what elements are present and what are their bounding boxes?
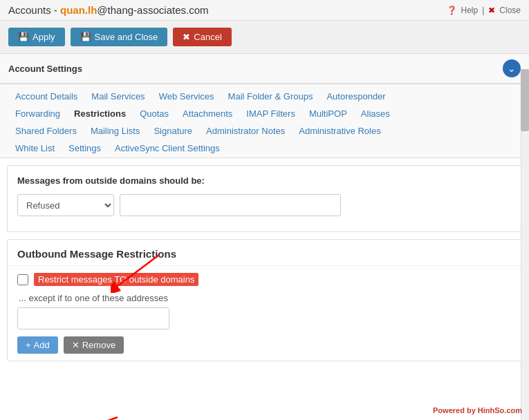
tab-mail-services[interactable]: Mail Services — [84, 88, 151, 104]
except-label: ... except if to one of these addresses — [19, 293, 512, 303]
account-settings-header: Account Settings ⌄ — [0, 54, 529, 84]
tab-activesync[interactable]: ActiveSync Client Settings — [108, 140, 227, 156]
restrict-to-checkbox-row: Restrict messages TO outside domains — [17, 273, 512, 286]
add-button[interactable]: + Add — [17, 336, 58, 354]
collapse-button[interactable]: ⌄ — [503, 59, 521, 77]
scrollbar-thumb[interactable] — [521, 69, 529, 131]
tab-restrictions[interactable]: Restrictions — [67, 106, 133, 122]
tab-multipop[interactable]: MultiPOP — [302, 106, 354, 122]
inbound-section: Messages from outside domains should be:… — [7, 165, 522, 232]
tab-autoresponder[interactable]: Autoresponder — [319, 88, 392, 104]
nav-row-2: Forwarding Restrictions Quotas Attachmen… — [8, 106, 521, 122]
tab-quotas[interactable]: Quotas — [133, 106, 176, 122]
content-area: Messages from outside domains should be:… — [0, 165, 529, 361]
times-icon: ✕ — [72, 340, 80, 350]
action-buttons-row: + Add ✕ Remove — [17, 336, 512, 354]
nav-tabs: Account Details Mail Services Web Servic… — [0, 84, 529, 158]
tab-signature[interactable]: Signature — [147, 123, 199, 139]
apply-icon: 💾 — [18, 32, 29, 42]
help-link[interactable]: Help — [461, 6, 479, 15]
tab-shared-folders[interactable]: Shared Folders — [8, 123, 84, 139]
close-link[interactable]: Close — [499, 6, 521, 15]
top-bar: Accounts - quan.lh@thang-associates.com … — [0, 0, 529, 21]
restrict-to-label: Restrict messages TO outside domains — [34, 273, 198, 286]
restrict-to-checkbox[interactable] — [17, 274, 28, 285]
inbound-text-input[interactable] — [120, 194, 341, 216]
inbound-section-inner: Messages from outside domains should be:… — [8, 166, 521, 231]
scrollbar-track[interactable] — [521, 69, 529, 420]
inbound-select[interactable]: Refused Accepted Filtered — [17, 194, 114, 216]
watermark: Powered by HinhSo.com — [433, 406, 522, 414]
question-icon: ❓ — [447, 6, 457, 15]
save-icon: 💾 — [80, 32, 91, 42]
tab-mailing-lists[interactable]: Mailing Lists — [84, 123, 147, 139]
account-settings-title: Account Settings — [8, 64, 82, 74]
remove-button[interactable]: ✕ Remove — [64, 336, 124, 354]
inbound-label: Messages from outside domains should be: — [17, 175, 512, 186]
except-addresses-input[interactable] — [17, 307, 169, 330]
tab-mail-folder-groups[interactable]: Mail Folder & Groups — [221, 88, 320, 104]
outbound-inner: Restrict messages TO outside domains ...… — [8, 266, 521, 361]
annotation-arrow-2 — [41, 414, 124, 420]
cancel-icon: ✖ — [183, 32, 190, 42]
tab-attachments[interactable]: Attachments — [176, 106, 239, 122]
save-close-button[interactable]: 💾 Save and Close — [71, 28, 168, 46]
apply-button[interactable]: 💾 Apply — [8, 28, 65, 46]
outbound-title: Outbound Message Restrictions — [8, 240, 521, 266]
svg-line-3 — [48, 417, 118, 420]
tab-administrative-roles[interactable]: Administrative Roles — [292, 123, 388, 139]
plus-icon: + — [26, 340, 31, 350]
tab-aliases[interactable]: Aliases — [354, 106, 397, 122]
toolbar: 💾 Apply 💾 Save and Close ✖ Cancel — [0, 21, 529, 54]
cancel-button[interactable]: ✖ Cancel — [173, 28, 231, 46]
tab-white-list[interactable]: White List — [8, 140, 62, 156]
nav-row-4: White List Settings ActiveSync Client Se… — [8, 140, 521, 156]
tab-settings[interactable]: Settings — [62, 140, 108, 156]
tab-imap-filters[interactable]: IMAP Filters — [239, 106, 302, 122]
tab-forwarding[interactable]: Forwarding — [8, 106, 67, 122]
tab-account-details[interactable]: Account Details — [8, 88, 84, 104]
inbound-form-row: Refused Accepted Filtered — [17, 194, 512, 216]
outbound-section: Outbound Message Restrictions Restrict m… — [7, 239, 522, 361]
nav-row-1: Account Details Mail Services Web Servic… — [8, 88, 521, 104]
tab-web-services[interactable]: Web Services — [152, 88, 221, 104]
tab-administrator-notes[interactable]: Administrator Notes — [199, 123, 292, 139]
top-bar-actions: ❓ Help | ✖ Close — [447, 6, 521, 15]
nav-row-3: Shared Folders Mailing Lists Signature A… — [8, 123, 521, 139]
close-icon: ✖ — [488, 6, 495, 15]
page-title: Accounts - quan.lh@thang-associates.com — [8, 4, 209, 16]
